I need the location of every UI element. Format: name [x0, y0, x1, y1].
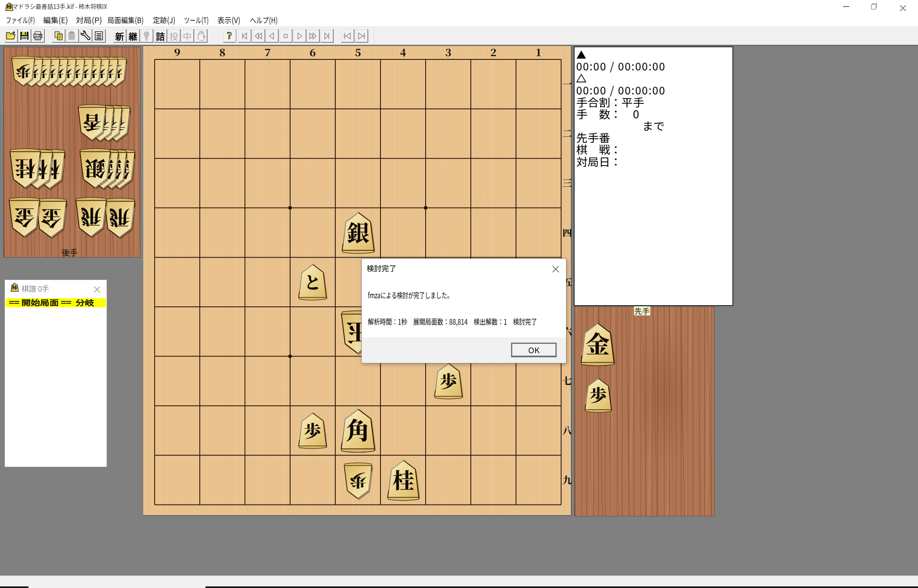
svg-text:8: 8: [219, 46, 225, 59]
svg-text:5: 5: [355, 46, 361, 59]
svg-text:銀: 銀: [85, 155, 105, 185]
svg-text:角: 角: [346, 411, 370, 446]
svg-text:八: 八: [562, 423, 572, 437]
svg-text:柿: 柿: [12, 283, 17, 291]
svg-text:6: 6: [310, 46, 316, 59]
svg-text:7: 7: [264, 46, 271, 59]
svg-text:歩: 歩: [590, 382, 607, 407]
svg-text:金: 金: [586, 325, 610, 360]
svg-text:歩: 歩: [16, 61, 31, 83]
svg-text:七: 七: [562, 373, 572, 387]
svg-text:?: ?: [227, 31, 232, 41]
svg-text:飛: 飛: [81, 203, 101, 234]
svg-text:二: 二: [562, 126, 572, 140]
svg-text:一: 一: [562, 77, 572, 91]
svg-text:飛: 飛: [109, 204, 130, 234]
svg-text:三: 三: [562, 175, 572, 190]
svg-text:桂: 桂: [392, 463, 414, 494]
svg-text:歩: 歩: [440, 368, 457, 393]
svg-text:4: 4: [400, 46, 406, 59]
svg-text:歩: 歩: [304, 418, 321, 442]
svg-text:四: 四: [562, 225, 572, 239]
svg-text:9: 9: [174, 46, 180, 59]
svg-text:歩: 歩: [350, 469, 367, 494]
svg-text:と: と: [304, 269, 321, 294]
svg-text:桂: 桂: [15, 155, 35, 185]
svg-text:香: 香: [83, 110, 101, 137]
svg-text:銀: 銀: [347, 215, 369, 248]
svg-text:柿: 柿: [7, 2, 12, 10]
svg-text:金: 金: [41, 204, 61, 234]
svg-text:1: 1: [536, 46, 542, 59]
svg-text:九: 九: [562, 472, 572, 487]
svg-text:3: 3: [445, 46, 451, 59]
svg-text:2: 2: [490, 46, 496, 59]
svg-text:金: 金: [14, 203, 35, 234]
